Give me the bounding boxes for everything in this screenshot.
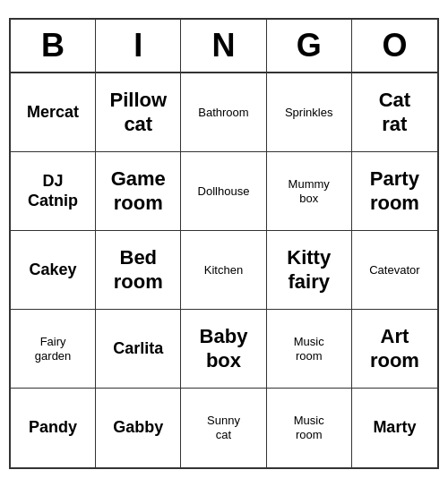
- cell-text-3: Sprinkles: [285, 106, 332, 120]
- bingo-cell-17: Babybox: [181, 310, 266, 389]
- cell-text-24: Marty: [373, 418, 416, 438]
- cell-text-6: Gameroom: [111, 167, 166, 215]
- header-letter-B: B: [11, 20, 96, 72]
- bingo-card: BINGO MercatPillowcatBathroomSprinklesCa…: [9, 18, 439, 469]
- header-letter-I: I: [96, 20, 181, 72]
- bingo-cell-11: Bedroom: [96, 231, 181, 310]
- bingo-cell-8: Mummybox: [267, 152, 352, 231]
- bingo-cell-13: Kittyfairy: [267, 231, 352, 310]
- header-letter-G: G: [267, 20, 352, 72]
- cell-text-0: Mercat: [27, 103, 79, 123]
- header-letter-N: N: [181, 20, 266, 72]
- cell-text-17: Babybox: [200, 325, 248, 372]
- cell-text-10: Cakey: [30, 261, 77, 280]
- cell-text-15: Fairygarden: [35, 335, 71, 363]
- cell-text-11: Bedroom: [114, 246, 163, 294]
- bingo-cell-2: Bathroom: [181, 73, 266, 152]
- cell-text-14: Catevator: [369, 263, 419, 278]
- bingo-cell-23: Musicroom: [267, 389, 352, 467]
- cell-text-13: Kittyfairy: [287, 246, 331, 294]
- bingo-header: BINGO: [11, 20, 437, 73]
- cell-text-18: Musicroom: [294, 335, 324, 363]
- bingo-cell-7: Dollhouse: [181, 152, 266, 231]
- bingo-cell-10: Cakey: [11, 231, 96, 310]
- bingo-cell-19: Artroom: [352, 310, 437, 389]
- header-letter-O: O: [352, 20, 437, 72]
- cell-text-20: Pandy: [29, 418, 77, 438]
- cell-text-9: Partyroom: [370, 167, 419, 215]
- bingo-cell-21: Gabby: [96, 389, 181, 467]
- cell-text-2: Bathroom: [198, 106, 248, 120]
- bingo-cell-16: Carlita: [96, 310, 181, 389]
- bingo-cell-12: Kitchen: [181, 231, 266, 310]
- bingo-cell-15: Fairygarden: [11, 310, 96, 389]
- bingo-cell-18: Musicroom: [267, 310, 352, 389]
- bingo-grid: MercatPillowcatBathroomSprinklesCatratDJ…: [11, 73, 437, 467]
- cell-text-16: Carlita: [113, 339, 163, 359]
- cell-text-1: Pillowcat: [110, 89, 168, 136]
- cell-text-12: Kitchen: [204, 263, 243, 278]
- bingo-cell-5: DJCatnip: [11, 152, 96, 231]
- cell-text-4: Catrat: [379, 89, 410, 136]
- cell-text-22: Sunnycat: [207, 414, 240, 441]
- bingo-cell-20: Pandy: [11, 389, 96, 467]
- cell-text-7: Dollhouse: [198, 184, 250, 199]
- cell-text-8: Mummybox: [289, 177, 330, 205]
- bingo-cell-6: Gameroom: [96, 152, 181, 231]
- bingo-cell-14: Catevator: [352, 231, 437, 310]
- bingo-cell-4: Catrat: [352, 73, 437, 152]
- cell-text-21: Gabby: [113, 418, 163, 438]
- bingo-cell-3: Sprinkles: [267, 73, 352, 152]
- bingo-cell-9: Partyroom: [352, 152, 437, 231]
- bingo-cell-1: Pillowcat: [96, 73, 181, 152]
- cell-text-23: Musicroom: [294, 414, 324, 441]
- cell-text-19: Artroom: [370, 325, 419, 372]
- bingo-cell-24: Marty: [352, 389, 437, 467]
- bingo-cell-0: Mercat: [11, 73, 96, 152]
- bingo-cell-22: Sunnycat: [181, 389, 266, 467]
- cell-text-5: DJCatnip: [28, 172, 78, 210]
